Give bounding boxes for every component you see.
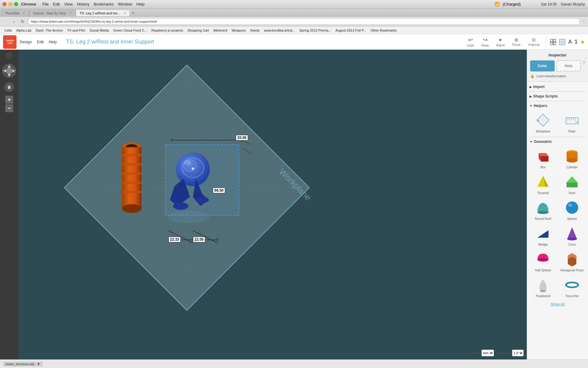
svg-marker-38 xyxy=(567,176,578,182)
shape-torus-thin[interactable]: Torus thin xyxy=(559,275,586,299)
bookmark-tvfilm[interactable]: TV and Film xyxy=(65,28,87,33)
bookmark-social[interactable]: Social Media xyxy=(88,28,111,33)
import-section-header[interactable]: ▶ Import xyxy=(529,83,586,90)
menu-history[interactable]: History xyxy=(77,2,89,6)
traffic-lights[interactable] xyxy=(2,2,18,6)
bookmark-greencloud[interactable]: Green Cloud Food C... xyxy=(111,28,149,33)
redo-button[interactable]: ↪ Redo xyxy=(479,35,491,48)
status-dropdown[interactable]: ▼ xyxy=(37,362,40,366)
tab-tinkercad[interactable]: TS: Leg 2 w/Rest and Inn... ✕ xyxy=(76,10,130,16)
shape-scripts-arrow: ▶ xyxy=(530,95,532,98)
help-icon[interactable]: ? xyxy=(6,53,12,58)
nav-help[interactable]: Help xyxy=(49,40,57,44)
tab-close-icon[interactable]: ✕ xyxy=(23,11,25,15)
tab-close-icon[interactable]: ✕ xyxy=(69,11,72,15)
address-input[interactable] xyxy=(28,18,580,25)
svg-marker-30 xyxy=(541,156,548,162)
refresh-button[interactable]: ↻ xyxy=(20,18,26,25)
bookmark-alphalab[interactable]: Alpha Lab xyxy=(14,28,33,33)
wireframe-icon[interactable] xyxy=(559,39,566,45)
shape-box[interactable]: Box xyxy=(530,146,557,170)
tab-submit[interactable]: Submit : Step By Step ✕ xyxy=(29,10,76,16)
number-icon[interactable]: 1 xyxy=(575,39,578,45)
bookmark-shopping[interactable]: Shopping Cart xyxy=(186,28,211,33)
shape-paraboloid[interactable]: Paraboloid xyxy=(530,275,557,299)
shape-cylinder[interactable]: Cylinder xyxy=(559,146,586,170)
shape-pyramid[interactable]: Pyramid xyxy=(530,172,557,196)
text-icon[interactable]: A xyxy=(568,39,572,45)
tab-plexweb[interactable]: Plex/Web ✕ xyxy=(1,10,29,16)
back-button[interactable]: ‹ xyxy=(2,18,9,25)
bookmark-raspberry[interactable]: Raspberry pi projects xyxy=(149,28,185,33)
menu-file[interactable]: File xyxy=(42,2,49,6)
bookmark-other[interactable]: Other Bookmarks xyxy=(369,28,399,33)
hole-label: Hole xyxy=(564,64,572,68)
home-button[interactable] xyxy=(4,82,14,92)
inspector-info-icon[interactable]: ? xyxy=(582,60,585,71)
import-label: Import xyxy=(533,85,545,89)
sphere-center-dot xyxy=(192,167,194,170)
tab-label: TS: Leg 2 w/Rest and Inn... xyxy=(80,11,120,15)
inspector-title: Inspector xyxy=(530,53,585,57)
shape-roof[interactable]: Roof xyxy=(559,172,586,196)
round-roof-label: Round Roof xyxy=(535,217,551,220)
unit-select[interactable]: mm in xyxy=(481,350,494,356)
star-icon[interactable]: ★ xyxy=(580,39,585,45)
bookmark-spring2013[interactable]: Spring 2013 Perma... xyxy=(297,28,333,33)
minimize-button[interactable] xyxy=(8,2,12,6)
bookmark-bordbia[interactable]: www.bordbia.ie/ind... xyxy=(262,28,297,33)
shape-ruler[interactable]: mm Ruler xyxy=(559,110,586,134)
bookmark-aug2013[interactable]: August 2013 Full P... xyxy=(334,28,368,33)
group-label: Group xyxy=(512,43,521,46)
menu-window[interactable]: Window xyxy=(118,2,132,6)
bookmark-allotment[interactable]: Allotment xyxy=(211,28,229,33)
maximize-button[interactable] xyxy=(14,2,18,6)
adjust-button[interactable]: ✦ Adjust xyxy=(494,36,507,48)
grid-view-icon[interactable] xyxy=(550,39,556,45)
menu-bookmarks[interactable]: Bookmarks xyxy=(94,2,114,6)
shape-round-roof[interactable]: Round Roof xyxy=(530,198,557,222)
shape-workplane[interactable]: W Workplane xyxy=(530,110,557,134)
bookmark-weapons[interactable]: Weapons xyxy=(230,28,247,33)
svg-rect-3 xyxy=(553,42,556,45)
svg-marker-44 xyxy=(537,230,548,238)
bookmark-star[interactable]: ☆ xyxy=(582,19,586,24)
nav-edit[interactable]: Edit xyxy=(37,40,43,44)
main-content: ? + − xyxy=(0,50,588,359)
color-button[interactable]: Color xyxy=(530,60,555,71)
box-label: Box xyxy=(541,166,546,169)
shape-wedge[interactable]: Wedge xyxy=(530,224,557,247)
shape-scripts-header[interactable]: ▶ Shape Scripts xyxy=(529,93,586,100)
ungroup-button[interactable]: ⊟ Ungroup xyxy=(526,36,542,48)
unit-label: Unit xyxy=(473,351,480,355)
menu-view[interactable]: View xyxy=(64,2,73,6)
shape-hexagonal-prism[interactable]: Hexagonal Prism xyxy=(559,249,586,273)
bookmark-dash[interactable]: Dash -The Archon xyxy=(34,28,65,33)
ungroup-label: Ungroup xyxy=(528,43,540,46)
shape-sphere[interactable]: Sphere xyxy=(559,198,586,222)
forward-button[interactable]: › xyxy=(11,18,17,25)
zoom-out-button[interactable]: − xyxy=(5,104,13,112)
geometric-section-header[interactable]: ▼ Geometric xyxy=(529,138,586,145)
bookmark-seeds[interactable]: Seeds xyxy=(248,28,262,33)
bookmark-celtx[interactable]: Celtx xyxy=(2,28,14,33)
menu-edit[interactable]: Edit xyxy=(53,2,60,6)
shape-half-sphere[interactable]: Half Sphere xyxy=(530,249,557,273)
group-button[interactable]: ⊞ Group xyxy=(510,36,523,48)
helpers-section-header[interactable]: ▼ Helpers xyxy=(529,102,586,109)
zoom-in-button[interactable]: + xyxy=(5,96,13,104)
tab-close-icon[interactable]: ✕ xyxy=(123,11,126,15)
canvas-area[interactable]: Workplane xyxy=(18,50,527,359)
snap-grid-select[interactable]: 1.0 0.5 0.1 xyxy=(512,350,524,356)
nav-design[interactable]: Design xyxy=(20,40,32,44)
menu-help[interactable]: Help xyxy=(136,2,145,6)
shape-cone[interactable]: Cone xyxy=(559,224,586,247)
close-button[interactable] xyxy=(2,2,6,6)
show-all-button[interactable]: Show All xyxy=(550,302,564,306)
status-filename[interactable]: tower_structure.obj ▼ xyxy=(3,362,43,366)
hole-button[interactable]: Hole xyxy=(556,60,581,71)
pan-control[interactable] xyxy=(2,63,17,79)
undo-button[interactable]: ↩ Undo xyxy=(464,35,477,48)
tinkercad-logo[interactable]: TINKER CAD xyxy=(3,35,17,49)
new-tab-button[interactable]: + xyxy=(130,10,137,16)
